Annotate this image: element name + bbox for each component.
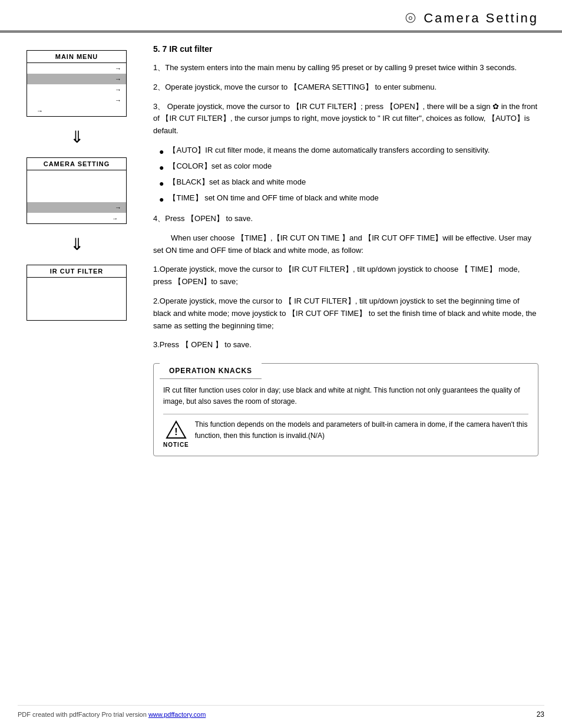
main-content: MAIN MENU → → → → → ⇓ CAMERA SETTING → →…	[0, 32, 562, 468]
paragraph-4: 4、Press 【OPEN】 to save.	[153, 213, 538, 225]
page-number: 23	[537, 710, 544, 719]
arrow-icon: →	[115, 97, 121, 104]
paragraph-5a: 1.Operate joystick, move the cursor to 【…	[153, 263, 538, 288]
down-arrow-1: ⇓	[70, 123, 84, 151]
bullet-dot: ●	[159, 162, 164, 174]
down-arrow-2: ⇓	[70, 230, 84, 259]
bullet-text: 【AUTO】IR cut filter mode, it means the d…	[168, 144, 490, 156]
paragraph-3: 3、 Operate joystick, move the cursor to …	[153, 101, 538, 137]
bullet-item: ● 【COLOR】set as color mode	[159, 160, 538, 174]
camera-icon: ⦾	[405, 11, 418, 26]
menu-row	[27, 299, 126, 309]
menu-row: →	[27, 106, 126, 116]
down-arrow-icon: ⇓	[70, 127, 84, 147]
paragraph-5: When user choose 【TIME】,【IR CUT ON TIME …	[153, 232, 538, 257]
section-title-text: 7 IR cut filter	[163, 44, 213, 54]
menu-row	[27, 288, 126, 299]
arrow-icon: →	[115, 75, 121, 83]
footer-pdf-text: PDF created with pdfFactory Pro trial ve…	[18, 711, 206, 718]
down-arrow-icon: ⇓	[70, 235, 84, 254]
page-title: ⦾ Camera Setting	[405, 11, 538, 26]
paragraph-6: 2.Operate joystick, move the cursor to 【…	[153, 295, 538, 332]
footer-pdf-label: PDF created with pdfFactory Pro trial ve…	[18, 711, 147, 718]
main-menu-title: MAIN MENU	[27, 51, 126, 63]
page-header: ⦾ Camera Setting	[0, 0, 562, 32]
bullet-text: 【COLOR】set as color mode	[168, 160, 272, 172]
paragraph-5-text: When user choose 【TIME】,【IR CUT ON TIME …	[153, 232, 538, 257]
bullet-text: 【BLACK】set as black and white mode	[168, 176, 306, 188]
header-title-text: Camera Setting	[424, 11, 538, 26]
footer-link[interactable]: www.pdffactory.com	[148, 711, 206, 718]
menu-row: →	[27, 95, 126, 106]
notice-row: ! NOTICE This function depends on the mo…	[163, 419, 528, 450]
notice-label: NOTICE	[163, 440, 189, 450]
paragraph-1: 1、The system enters into the main menu b…	[153, 62, 538, 74]
arrow-icon: →	[115, 86, 121, 93]
bullet-item: ● 【AUTO】IR cut filter mode, it means the…	[159, 144, 538, 158]
knacks-body: IR cut filter function uses color in day…	[154, 379, 538, 455]
bullet-text: 【TIME】 set ON time and OFF time of black…	[168, 192, 378, 204]
knacks-text: IR cut filter function uses color in day…	[163, 385, 528, 407]
bullet-dot: ●	[159, 193, 164, 206]
bullet-dot: ●	[159, 177, 164, 190]
arrow-icon: →	[115, 65, 121, 72]
arrow-icon: →	[37, 107, 43, 114]
svg-text:!: !	[174, 427, 177, 437]
menu-row	[27, 278, 126, 288]
menu-row	[27, 181, 126, 192]
arrow-icon: →	[115, 204, 121, 211]
ir-cut-title: IR CUT FILTER	[27, 265, 126, 278]
operation-knacks-box: OPERATION KNACKS IR cut filter function …	[153, 363, 538, 456]
arrow-icon: →	[112, 215, 118, 222]
menu-row-highlighted: →	[27, 202, 126, 213]
menu-row	[27, 309, 126, 320]
ir-cut-filter-box: IR CUT FILTER	[27, 265, 127, 321]
menu-row-highlighted: →	[27, 74, 126, 84]
menu-row	[27, 170, 126, 181]
paragraph-7: 3.Press 【 OPEN 】 to save.	[153, 339, 538, 351]
menu-row: →	[27, 84, 126, 95]
menu-row	[27, 192, 126, 202]
left-column: MAIN MENU → → → → → ⇓ CAMERA SETTING → →…	[18, 44, 135, 456]
knacks-title: OPERATION KNACKS	[160, 363, 262, 379]
page-footer: PDF created with pdfFactory Pro trial ve…	[18, 705, 544, 719]
warning-triangle-icon: !	[166, 420, 187, 439]
bullet-item: ● 【BLACK】set as black and white mode	[159, 176, 538, 190]
main-menu-box: MAIN MENU → → → → →	[27, 50, 127, 117]
knacks-divider	[163, 414, 528, 414]
camera-setting-box: CAMERA SETTING → →	[27, 157, 127, 224]
menu-row: →	[27, 213, 126, 223]
bullet-dot: ●	[159, 146, 164, 158]
section-title: 5. 7 IR cut filter	[153, 44, 538, 54]
camera-setting-title: CAMERA SETTING	[27, 158, 126, 170]
bullet-item: ● 【TIME】 set ON time and OFF time of bla…	[159, 192, 538, 206]
notice-icon-container: ! NOTICE	[163, 420, 189, 450]
paragraph-2: 2、Operate joystick, move the cursor to 【…	[153, 81, 538, 94]
menu-row: →	[27, 63, 126, 74]
right-column: 5. 7 IR cut filter 1、The system enters i…	[147, 44, 538, 456]
bullet-list: ● 【AUTO】IR cut filter mode, it means the…	[159, 144, 538, 206]
section-number: 5.	[153, 44, 160, 54]
notice-text: This function depends on the models and …	[195, 419, 528, 442]
